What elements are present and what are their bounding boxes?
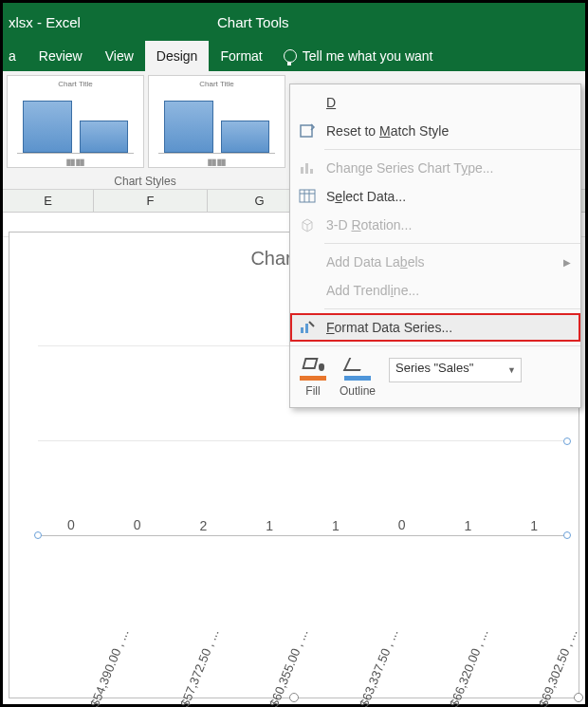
chart-style-thumb-2[interactable]: Chart Title ██ ██ <box>148 75 285 168</box>
chart-styles-label: Chart Styles <box>3 175 287 188</box>
bar-value-label: 1 <box>464 518 471 533</box>
bar-column[interactable]: 0 <box>369 517 435 535</box>
menu-delete[interactable]: D <box>290 88 580 117</box>
bar-value-label: 0 <box>67 517 75 532</box>
x-tick-label: ( $60,355.00 , ... <box>265 627 311 707</box>
x-tick-label: ( $57,372.50 , ... <box>175 627 221 707</box>
tell-me-search[interactable]: Tell me what you want <box>274 41 445 71</box>
tell-me-label: Tell me what you want <box>303 48 433 64</box>
select-data-icon <box>298 187 317 206</box>
pen-outline-icon <box>344 358 371 381</box>
chart-type-icon <box>298 158 317 177</box>
tab-design[interactable]: Design <box>145 41 210 71</box>
bar-value-label: 0 <box>398 517 406 532</box>
bar-column[interactable]: 0 <box>104 517 171 535</box>
ribbon-tabs: a Review View Design Format Tell me what… <box>3 41 585 71</box>
menu-3d-rotation: 3-D Rotation... <box>290 211 580 239</box>
paint-bucket-icon <box>300 358 326 381</box>
x-tick-label: ( $54,390.00 , ... <box>84 627 131 707</box>
blank-icon <box>298 93 317 112</box>
tab-format[interactable]: Format <box>209 41 273 71</box>
bar-column[interactable]: 1 <box>236 518 303 535</box>
svg-rect-9 <box>305 324 308 333</box>
app-window: xlsx - Excel Chart Tools a Review View D… <box>0 0 588 707</box>
series-handle[interactable] <box>34 531 42 539</box>
x-axis-labels: ( $54,390.00 , ...( $57,372.50 , ...( $6… <box>38 542 567 694</box>
menu-select-data[interactable]: Select Data... <box>290 182 580 211</box>
col-e[interactable]: E <box>3 190 94 212</box>
tab-review[interactable]: Review <box>28 41 94 71</box>
chart-tools-label: Chart Tools <box>202 3 304 41</box>
resize-handle-br[interactable] <box>574 693 583 702</box>
cube-icon <box>298 215 317 234</box>
svg-rect-3 <box>310 169 313 174</box>
chart-style-thumb-1[interactable]: Chart Title ██ ██ <box>7 75 144 168</box>
fill-tool[interactable]: Fill <box>300 358 326 398</box>
menu-change-chart-type: Change Series Chart Type... <box>290 154 580 182</box>
bar-column[interactable]: 1 <box>303 518 369 535</box>
svg-rect-0 <box>301 125 312 137</box>
svg-rect-2 <box>305 163 308 174</box>
series-handle[interactable] <box>563 531 571 539</box>
resize-handle-bottom[interactable] <box>289 693 299 702</box>
tab-view[interactable]: View <box>94 41 145 71</box>
bar[interactable] <box>382 534 422 535</box>
series-selector[interactable]: Series "Sales" <box>389 358 522 382</box>
bar-value-label: 2 <box>199 518 207 533</box>
tab-partial[interactable]: a <box>3 41 28 71</box>
x-tick-label: ( $63,337.50 , ... <box>354 627 400 707</box>
title-bar: xlsx - Excel Chart Tools <box>3 3 585 41</box>
bar-column[interactable]: 1 <box>435 518 502 535</box>
x-tick-label: ( $66,320.00 , ... <box>444 627 490 707</box>
bar-column[interactable]: 1 <box>501 518 567 535</box>
menu-add-data-labels: Add Data Labels ▶ <box>290 248 580 276</box>
bulb-icon <box>284 49 297 63</box>
bar-value-label: 1 <box>266 518 273 533</box>
window-title: xlsx - Excel <box>3 14 81 30</box>
chart-styles-group: Chart Title ██ ██ Chart Title ██ ██ Char… <box>3 71 287 190</box>
svg-rect-4 <box>300 190 315 202</box>
bar-value-label: 1 <box>530 518 538 533</box>
menu-add-trendline: Add Trendline... <box>290 276 580 305</box>
series-handle[interactable] <box>563 437 571 445</box>
menu-reset-style[interactable]: Reset to Match Style <box>290 117 580 145</box>
bar[interactable] <box>118 534 157 535</box>
col-f[interactable]: F <box>94 190 208 212</box>
bar-value-label: 0 <box>134 517 141 532</box>
svg-rect-1 <box>301 167 303 174</box>
svg-rect-8 <box>301 327 303 333</box>
format-series-icon <box>298 318 317 337</box>
reset-icon <box>298 121 317 140</box>
mini-toolbar: Fill Outline Series "Sales" ▼ <box>290 350 580 403</box>
menu-format-data-series[interactable]: Format Data Series... <box>290 313 580 342</box>
bar-value-label: 1 <box>332 518 340 533</box>
context-menu: D Reset to Match Style Change Series Cha… <box>289 84 581 408</box>
bar[interactable] <box>51 534 91 535</box>
bar-column[interactable]: 2 <box>171 518 237 535</box>
chevron-down-icon: ▼ <box>507 365 516 375</box>
outline-tool[interactable]: Outline <box>340 358 376 398</box>
bar-column[interactable]: 0 <box>38 517 104 535</box>
chevron-right-icon: ▶ <box>563 257 571 268</box>
